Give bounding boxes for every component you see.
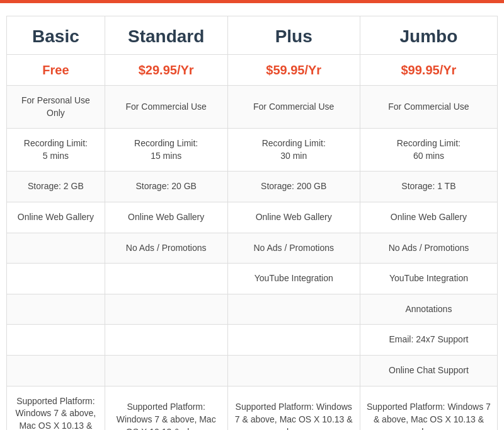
cell-jumbo-7: Email: 24x7 Support [360, 325, 497, 356]
cell-plus-6 [227, 294, 360, 325]
cell-plus-1: Recording Limit: 30 min [227, 129, 360, 171]
cell-standard-4: No Ads / Promotions [105, 233, 227, 264]
cell-standard-8 [105, 355, 227, 386]
cell-jumbo-4: No Ads / Promotions [360, 233, 497, 264]
feature-row: No Ads / PromotionsNo Ads / PromotionsNo… [7, 233, 498, 264]
price-basic: Free [7, 55, 105, 86]
cell-basic-1: Recording Limit: 5 mins [7, 129, 105, 171]
cell-jumbo-0: For Commercial Use [360, 86, 497, 129]
pricing-wrapper: Basic Standard Plus Jumbo Free $29.95/Yr… [0, 3, 504, 430]
cell-basic-4 [7, 233, 105, 264]
feature-row: YouTube IntegrationYouTube Integration [7, 264, 498, 294]
price-row: Free $29.95/Yr $59.95/Yr $99.95/Yr [7, 55, 498, 86]
feature-row: Online Chat Support [7, 355, 498, 386]
cell-plus-7 [227, 325, 360, 356]
cell-plus-5: YouTube Integration [227, 264, 360, 294]
cell-jumbo-3: Online Web Gallery [360, 202, 497, 233]
cell-jumbo-1: Recording Limit: 60 mins [360, 129, 497, 171]
feature-row: Supported Platform: Windows 7 & above, M… [7, 386, 498, 430]
cell-basic-6 [7, 294, 105, 325]
cell-basic-3: Online Web Gallery [7, 202, 105, 233]
cell-basic-2: Storage: 2 GB [7, 171, 105, 202]
price-standard: $29.95/Yr [105, 55, 227, 86]
cell-plus-4: No Ads / Promotions [227, 233, 360, 264]
header-plus: Plus [227, 16, 360, 55]
feature-row: Email: 24x7 Support [7, 325, 498, 356]
pricing-table: Basic Standard Plus Jumbo Free $29.95/Yr… [6, 16, 498, 430]
cell-basic-7 [7, 325, 105, 356]
cell-standard-7 [105, 325, 227, 356]
feature-row: For Personal Use OnlyFor Commercial UseF… [7, 86, 498, 129]
price-plus: $59.95/Yr [227, 55, 360, 86]
cell-jumbo-5: YouTube Integration [360, 264, 497, 294]
cell-plus-9: Supported Platform: Windows 7 & above, M… [227, 386, 360, 430]
feature-row: Annotations [7, 294, 498, 325]
cell-standard-1: Recording Limit: 15 mins [105, 129, 227, 171]
cell-plus-8 [227, 355, 360, 386]
cell-plus-2: Storage: 200 GB [227, 171, 360, 202]
feature-row: Recording Limit: 5 minsRecording Limit: … [7, 129, 498, 171]
cell-standard-5 [105, 264, 227, 294]
header-standard: Standard [105, 16, 227, 55]
cell-plus-0: For Commercial Use [227, 86, 360, 129]
cell-jumbo-2: Storage: 1 TB [360, 171, 497, 202]
cell-standard-2: Storage: 20 GB [105, 171, 227, 202]
feature-row: Online Web GalleryOnline Web GalleryOnli… [7, 202, 498, 233]
cell-standard-0: For Commercial Use [105, 86, 227, 129]
header-jumbo: Jumbo [360, 16, 497, 55]
cell-standard-9: Supported Platform: Windows 7 & above, M… [105, 386, 227, 430]
cell-basic-5 [7, 264, 105, 294]
price-jumbo: $99.95/Yr [360, 55, 497, 86]
feature-row: Storage: 2 GBStorage: 20 GBStorage: 200 … [7, 171, 498, 202]
cell-jumbo-8: Online Chat Support [360, 355, 497, 386]
cell-plus-3: Online Web Gallery [227, 202, 360, 233]
cell-basic-0: For Personal Use Only [7, 86, 105, 129]
cell-jumbo-6: Annotations [360, 294, 497, 325]
cell-standard-3: Online Web Gallery [105, 202, 227, 233]
cell-standard-6 [105, 294, 227, 325]
cell-basic-9: Supported Platform: Windows 7 & above, M… [7, 386, 105, 430]
header-basic: Basic [7, 16, 105, 55]
cell-jumbo-9: Supported Platform: Windows 7 & above, M… [360, 386, 497, 430]
cell-basic-8 [7, 355, 105, 386]
